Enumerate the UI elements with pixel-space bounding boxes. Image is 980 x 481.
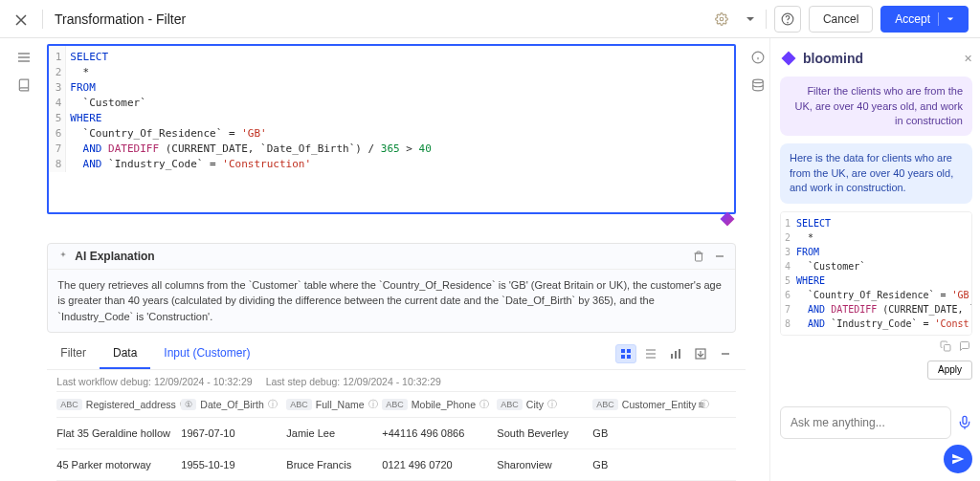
tab-filter[interactable]: Filter [47, 339, 100, 369]
table-cell: 1967-07-10 [181, 427, 286, 439]
table-cell: South Beverley [497, 427, 592, 439]
table-cell: GB [592, 427, 698, 439]
svg-rect-4 [627, 349, 631, 353]
svg-point-2 [788, 22, 789, 23]
gear-icon[interactable] [708, 6, 735, 33]
chat-code-block: 1SELECT2 *3FROM4 `Customer`5WHERE6 `Coun… [780, 211, 972, 336]
info-icon[interactable]: ⓘ [547, 398, 557, 411]
svg-rect-3 [621, 349, 625, 353]
divider [42, 10, 43, 29]
column-header[interactable]: ABCCityⓘ [497, 398, 592, 411]
svg-point-12 [752, 79, 763, 83]
accept-button[interactable]: Accept [880, 6, 969, 33]
svg-rect-8 [675, 351, 677, 359]
sparkle-icon [57, 250, 69, 263]
microphone-icon[interactable] [957, 415, 972, 430]
column-header[interactable]: ABCMobile_Phoneⓘ [382, 398, 497, 411]
info-icon[interactable] [751, 50, 765, 64]
table-row[interactable]: 45 Parker motorway1955-10-19Bruce Franci… [56, 449, 736, 481]
cancel-button[interactable]: Cancel [809, 6, 873, 33]
table-cell: Jamie Lee [286, 427, 382, 439]
svg-rect-13 [945, 345, 951, 352]
menu-icon[interactable] [17, 50, 31, 64]
tab-input[interactable]: Input (Customer) [150, 339, 263, 369]
list-view-toggle[interactable] [640, 344, 661, 363]
table-cell: 0121 496 0720 [382, 459, 497, 470]
info-icon[interactable]: ⓘ [479, 398, 489, 411]
info-icon[interactable]: ⓘ [268, 398, 278, 411]
table-cell: Bruce Francis [286, 459, 382, 470]
database-icon[interactable] [751, 77, 765, 92]
book-icon[interactable] [17, 77, 31, 92]
chat-user-message: Filter the clients who are from the UK, … [780, 77, 972, 136]
step-debug-info: Last step debug: 12/09/2024 - 10:32:29 [266, 376, 441, 387]
minimize-icon[interactable] [715, 344, 736, 363]
ai-diamond-icon[interactable] [719, 210, 736, 228]
chat-input[interactable] [780, 406, 951, 439]
copy-icon[interactable] [940, 339, 951, 353]
apply-button[interactable]: Apply [927, 361, 972, 380]
brand-name: bloomind [803, 51, 863, 66]
caret-down-icon[interactable] [938, 12, 954, 26]
table-cell: Sharonview [497, 459, 592, 470]
export-icon[interactable] [690, 344, 711, 363]
page-title: Transformation - Filter [55, 11, 186, 27]
workflow-debug-info: Last workflow debug: 12/09/2024 - 10:32:… [56, 376, 252, 387]
chat-assistant-message: Here is the data for clients who are fro… [780, 143, 972, 203]
table-row[interactable]: Flat 35 Geraldine hollow1967-07-10Jamie … [56, 418, 736, 449]
brand-logo-icon [780, 50, 797, 67]
chart-view-toggle[interactable] [665, 344, 686, 363]
close-button[interactable] [11, 8, 31, 31]
ai-explanation-panel: AI Explanation The query retrieves all c… [47, 243, 736, 334]
tab-data[interactable]: Data [100, 339, 150, 369]
column-header[interactable]: ABCCustomer_Entityⓘ [592, 398, 698, 411]
explanation-body: The query retrieves all columns from the… [48, 270, 735, 333]
column-header[interactable]: ABCRegistered_addressⓘ [56, 398, 181, 411]
chat-sidebar: bloomind ✕ Filter the clients who are fr… [769, 38, 980, 481]
column-menu-icon[interactable]: ≡ [698, 398, 736, 411]
minimize-icon[interactable] [714, 250, 725, 263]
divider [766, 10, 767, 29]
svg-rect-5 [621, 355, 625, 359]
svg-rect-9 [679, 349, 680, 359]
table-cell: 45 Parker motorway [56, 459, 181, 470]
svg-point-0 [720, 17, 724, 21]
table-cell: Flat 35 Geraldine hollow [56, 427, 181, 439]
data-table: ABCRegistered_addressⓘ ①Date_Of_Birthⓘ A… [56, 391, 736, 481]
table-cell: GB [592, 459, 698, 470]
accept-label: Accept [895, 12, 930, 26]
delete-icon[interactable] [693, 250, 704, 263]
send-button[interactable] [944, 445, 972, 473]
svg-rect-14 [963, 416, 967, 424]
svg-rect-7 [671, 354, 673, 359]
svg-rect-6 [627, 355, 631, 359]
info-icon[interactable]: ⓘ [368, 398, 378, 411]
help-button[interactable] [774, 6, 801, 33]
column-header[interactable]: ①Date_Of_Birthⓘ [181, 398, 286, 411]
grid-view-toggle[interactable] [615, 344, 636, 363]
column-header[interactable]: ABCFull_Nameⓘ [286, 398, 382, 411]
table-cell: +44116 496 0866 [382, 427, 497, 439]
caret-down-icon[interactable] [743, 6, 758, 33]
sql-editor[interactable]: 12345678 SELECT *FROM `Customer`WHERE `C… [47, 44, 736, 214]
explanation-title: AI Explanation [75, 250, 154, 263]
close-icon[interactable]: ✕ [964, 53, 972, 65]
table-cell: 1955-10-19 [181, 459, 286, 470]
chat-icon[interactable] [959, 339, 970, 353]
